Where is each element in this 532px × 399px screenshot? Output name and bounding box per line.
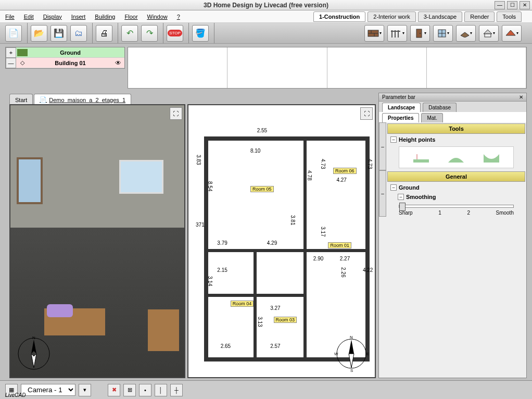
menu-file[interactable]: File bbox=[5, 14, 15, 20]
menu-insert[interactable]: Insert bbox=[71, 14, 86, 20]
railing-tool[interactable]: ▾ bbox=[387, 25, 407, 42]
slider-label-2: 2 bbox=[467, 210, 470, 216]
scene-pillow bbox=[47, 304, 73, 317]
svg-point-9 bbox=[420, 33, 421, 34]
minimize-button[interactable]: — bbox=[495, 1, 505, 9]
terrain-hill-icon[interactable] bbox=[446, 151, 466, 164]
dimension: 3.17 bbox=[320, 227, 326, 236]
door-tool[interactable]: ▾ bbox=[410, 25, 430, 42]
subtab-properties[interactable]: Properties bbox=[382, 113, 419, 122]
tab-landscape[interactable]: 3-Landscape bbox=[418, 11, 463, 22]
expand-3d-button[interactable]: ⛶ bbox=[170, 107, 182, 120]
undo-button[interactable]: ↶ bbox=[121, 25, 138, 42]
menu-floor[interactable]: Floor bbox=[124, 14, 137, 20]
svg-marker-14 bbox=[484, 30, 492, 34]
svg-rect-15 bbox=[485, 34, 491, 37]
collapse-general[interactable]: – bbox=[379, 170, 386, 217]
roof-tool[interactable]: ▾ bbox=[502, 25, 522, 42]
slider-thumb[interactable] bbox=[399, 203, 406, 211]
dimension: 4.73 bbox=[320, 159, 326, 169]
snap-grid-button[interactable]: ⊞ bbox=[123, 384, 136, 396]
close-panel-button[interactable]: ✕ bbox=[519, 94, 523, 100]
collapse-toggle[interactable]: + bbox=[6, 47, 16, 58]
menu-edit[interactable]: Edit bbox=[24, 14, 34, 20]
redo-button[interactable]: ↷ bbox=[141, 25, 158, 42]
menu-building[interactable]: Building bbox=[95, 14, 115, 20]
wall bbox=[254, 249, 257, 361]
svg-text:N: N bbox=[350, 335, 353, 340]
menu-display[interactable]: Display bbox=[43, 14, 62, 20]
snap-point-button[interactable]: • bbox=[139, 384, 151, 396]
save-as-button[interactable]: 🗂 bbox=[70, 25, 87, 42]
new-file-button[interactable]: 📄 bbox=[5, 25, 22, 42]
tab-start[interactable]: Start bbox=[9, 94, 33, 105]
print-button[interactable]: 🖨 bbox=[96, 25, 112, 42]
panel-header: Parameter bar ✕ bbox=[379, 93, 526, 102]
terrain-valley-icon[interactable] bbox=[481, 151, 502, 164]
layers-panel: + Ground — ◇ Building 01 👁 bbox=[5, 47, 125, 69]
floor-tool[interactable]: ▾ bbox=[456, 25, 476, 42]
subtab-mat[interactable]: Mat. bbox=[421, 113, 442, 122]
dimension: 3.83 bbox=[196, 155, 201, 165]
camera-select[interactable]: Camera - 1 bbox=[21, 384, 75, 396]
layer-ground[interactable]: + Ground bbox=[6, 47, 124, 58]
svg-text:W: W bbox=[334, 352, 338, 356]
dropdown-button[interactable]: ▾ bbox=[79, 384, 91, 396]
preview-slot[interactable] bbox=[427, 47, 526, 88]
stop-button[interactable]: STOP bbox=[167, 25, 183, 42]
dimension: 3.27 bbox=[270, 305, 280, 311]
smoothing-row: – Smoothing bbox=[386, 192, 526, 202]
open-button[interactable]: 📂 bbox=[31, 25, 47, 42]
structure-tool[interactable]: ▾ bbox=[479, 25, 499, 42]
dimension: 2.57 bbox=[270, 343, 280, 349]
section-general: General bbox=[387, 171, 525, 182]
view-3d[interactable]: ⛶ N bbox=[9, 104, 185, 378]
terrain-flat-icon[interactable] bbox=[411, 151, 432, 164]
close-button[interactable]: ✕ bbox=[520, 1, 530, 9]
subtab-database[interactable]: Database bbox=[423, 103, 457, 112]
dimension: 4.29 bbox=[267, 240, 277, 246]
svg-marker-18 bbox=[31, 340, 36, 354]
expand-2d-button[interactable]: ⛶ bbox=[360, 107, 373, 120]
preview-strip bbox=[128, 47, 527, 89]
save-button[interactable]: 💾 bbox=[50, 25, 67, 42]
tab-render[interactable]: Render bbox=[464, 11, 495, 22]
paint-button[interactable]: 🪣 bbox=[192, 25, 209, 42]
maximize-button[interactable]: ☐ bbox=[507, 1, 517, 9]
tab-tools[interactable]: Tools bbox=[497, 11, 522, 22]
preview-slot[interactable] bbox=[128, 47, 227, 88]
visibility-icon[interactable]: 👁 bbox=[112, 59, 124, 67]
dimension: 4.78 bbox=[307, 170, 312, 180]
collapse-toggle[interactable]: — bbox=[6, 58, 16, 68]
window-title: 3D Home Design by Livecad (free version) bbox=[204, 2, 328, 9]
collapse-icon[interactable]: – bbox=[398, 194, 404, 200]
snap-line-button[interactable]: │ bbox=[155, 384, 167, 396]
menu-help[interactable]: ? bbox=[177, 14, 180, 20]
subtab-landscape[interactable]: Landscape bbox=[382, 103, 421, 112]
snap-mid-button[interactable]: ┼ bbox=[170, 384, 183, 396]
collapse-icon[interactable]: – bbox=[390, 136, 397, 143]
menu-window[interactable]: Window bbox=[147, 14, 168, 20]
dimension: 8.10 bbox=[250, 148, 260, 154]
preview-slot[interactable] bbox=[327, 47, 427, 88]
collapse-tools[interactable]: – bbox=[379, 122, 386, 170]
tab-interior[interactable]: 2-Interior work bbox=[368, 11, 415, 22]
layer-building[interactable]: — ◇ Building 01 👁 bbox=[6, 58, 124, 68]
wall-tool[interactable]: ▾ bbox=[364, 25, 384, 42]
window-tool[interactable]: ▾ bbox=[433, 25, 453, 42]
titlebar: 3D Home Design by Livecad (free version)… bbox=[0, 0, 532, 10]
slider-track[interactable] bbox=[399, 205, 514, 208]
tab-demo[interactable]: 📄Demo_maison_a_2_etages_1 bbox=[34, 94, 131, 105]
preview-slot[interactable] bbox=[227, 47, 327, 88]
tab-construction[interactable]: 1-Construction bbox=[313, 11, 365, 22]
svg-text:E: E bbox=[366, 352, 369, 356]
section-tools: Tools bbox=[387, 123, 525, 134]
svg-rect-28 bbox=[413, 159, 429, 163]
svg-marker-22 bbox=[349, 340, 354, 354]
main-area: ⛶ N ⛶ Room 05 Room 06 Room 01 Room 04 Ro… bbox=[9, 104, 376, 378]
dimension: 2.15 bbox=[217, 267, 227, 273]
snap-off-button[interactable]: ✖ bbox=[108, 384, 120, 396]
view-2d[interactable]: ⛶ Room 05 Room 06 Room 01 Room 04 Room 0… bbox=[187, 104, 376, 378]
collapse-icon[interactable]: – bbox=[390, 184, 397, 191]
parameter-panel: Parameter bar ✕ Landscape Database Prope… bbox=[378, 93, 527, 378]
